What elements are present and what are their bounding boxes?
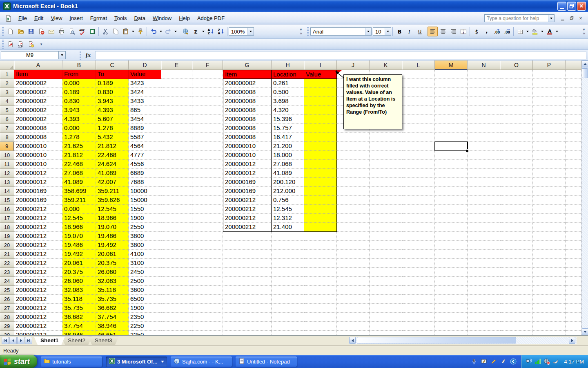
cell-I20[interactable]: [304, 241, 337, 250]
cell-G8[interactable]: 200000008: [223, 133, 272, 142]
cell-P30[interactable]: [533, 331, 566, 335]
row-header-10[interactable]: 10: [0, 151, 14, 160]
row-header-12[interactable]: 12: [0, 169, 14, 178]
cell-A17[interactable]: 200000212: [14, 214, 62, 223]
cell-B20[interactable]: 19.486: [62, 241, 96, 250]
cell-O7[interactable]: [500, 124, 533, 133]
next-sheet-button[interactable]: [17, 337, 24, 344]
cell-E24[interactable]: [161, 277, 192, 286]
cell-M14[interactable]: [435, 187, 468, 196]
taskbar-item-sajha-com-k[interactable]: eSajha.com - - K...: [171, 357, 232, 367]
cell-H26[interactable]: [272, 295, 304, 304]
cell-P3[interactable]: [533, 88, 566, 97]
cell-D28[interactable]: 2350: [129, 313, 161, 322]
close-button[interactable]: ×: [577, 2, 586, 11]
cell-F28[interactable]: [192, 313, 223, 322]
cell-F20[interactable]: [192, 241, 223, 250]
cell-G1[interactable]: Item: [223, 70, 272, 79]
cell-N27[interactable]: [468, 304, 500, 313]
cell-A12[interactable]: 200000012: [14, 169, 62, 178]
cell-F5[interactable]: [192, 106, 223, 115]
cell-I18[interactable]: [304, 223, 337, 232]
cell-partial-18[interactable]: [566, 223, 581, 232]
print-preview-button[interactable]: [67, 27, 77, 36]
pen-icon[interactable]: [490, 358, 497, 365]
network-icon[interactable]: [526, 358, 532, 365]
cell-I30[interactable]: [304, 331, 337, 335]
cell-O24[interactable]: [500, 277, 533, 286]
cell-I4[interactable]: [304, 97, 337, 106]
cell-J21[interactable]: [337, 250, 370, 259]
column-header-M[interactable]: M: [435, 61, 468, 70]
cell-E21[interactable]: [161, 250, 192, 259]
cell-D9[interactable]: 4564: [129, 142, 161, 151]
cell-H13[interactable]: 200.120: [272, 178, 304, 187]
column-header-E[interactable]: E: [161, 61, 192, 70]
cell-K18[interactable]: [370, 223, 402, 232]
cell-I10[interactable]: [304, 151, 337, 160]
cell-N4[interactable]: [468, 97, 500, 106]
cell-N5[interactable]: [468, 106, 500, 115]
column-header-K[interactable]: K: [370, 61, 402, 70]
cell-P29[interactable]: [533, 322, 566, 331]
toolbar-options-button[interactable]: ▾: [38, 39, 44, 49]
cell-L29[interactable]: [402, 322, 435, 331]
cell-O17[interactable]: [500, 214, 533, 223]
cell-partial-11[interactable]: [566, 160, 581, 169]
sheet-tab-sheet3[interactable]: Sheet3: [88, 337, 119, 345]
cell-F22[interactable]: [192, 259, 223, 268]
cell-L9[interactable]: [402, 142, 435, 151]
row-header-14[interactable]: 14: [0, 187, 14, 196]
cell-D4[interactable]: 3433: [129, 97, 161, 106]
cell-O12[interactable]: [500, 169, 533, 178]
column-header-P[interactable]: P: [533, 61, 566, 70]
microphone-icon[interactable]: [471, 358, 478, 365]
cell-I22[interactable]: [304, 259, 337, 268]
cell-N8[interactable]: [468, 133, 500, 142]
cell-P5[interactable]: [533, 106, 566, 115]
cell-M9[interactable]: [435, 142, 468, 151]
sort-ascending-button[interactable]: AZ: [205, 27, 216, 36]
cell-partial-9[interactable]: [566, 142, 581, 151]
cell-G19[interactable]: [223, 232, 272, 241]
cell-O19[interactable]: [500, 232, 533, 241]
cell-partial-19[interactable]: [566, 232, 581, 241]
column-header-C[interactable]: C: [96, 61, 129, 70]
cell-L2[interactable]: [402, 79, 435, 88]
messenger-bird-icon[interactable]: [552, 358, 559, 365]
cell-A11[interactable]: 200000010: [14, 160, 62, 169]
cell-L11[interactable]: [402, 160, 435, 169]
italic-button[interactable]: I: [404, 27, 414, 36]
cell-F15[interactable]: [192, 196, 223, 205]
cell-M10[interactable]: [435, 151, 468, 160]
cell-F1[interactable]: [192, 70, 223, 79]
cell-N12[interactable]: [468, 169, 500, 178]
cell-J12[interactable]: [337, 169, 370, 178]
row-header-23[interactable]: 23: [0, 268, 14, 277]
cell-B3[interactable]: 0.189: [62, 88, 96, 97]
cell-G18[interactable]: 200000212: [223, 223, 272, 232]
font-size-dropdown-icon[interactable]: [385, 28, 391, 35]
cell-A20[interactable]: 200000212: [14, 241, 62, 250]
cell-K9[interactable]: [370, 142, 402, 151]
cell-J25[interactable]: [337, 286, 370, 295]
sheet-restore-button[interactable]: [568, 15, 575, 22]
cell-N7[interactable]: [468, 124, 500, 133]
cell-L21[interactable]: [402, 250, 435, 259]
cell-E6[interactable]: [161, 115, 192, 124]
cell-I16[interactable]: [304, 205, 337, 214]
cell-O29[interactable]: [500, 322, 533, 331]
cell-I1[interactable]: Value: [304, 70, 337, 79]
cell-O28[interactable]: [500, 313, 533, 322]
cell-D30[interactable]: 2250: [129, 331, 161, 335]
row-header-8[interactable]: 8: [0, 133, 14, 142]
cell-D22[interactable]: 3100: [129, 259, 161, 268]
cell-F8[interactable]: [192, 133, 223, 142]
cell-N14[interactable]: [468, 187, 500, 196]
cell-O10[interactable]: [500, 151, 533, 160]
zoom-dropdown-icon[interactable]: [247, 28, 254, 35]
cell-P25[interactable]: [533, 286, 566, 295]
cell-M27[interactable]: [435, 304, 468, 313]
cell-G6[interactable]: 200000008: [223, 115, 272, 124]
print-button[interactable]: [56, 27, 67, 36]
